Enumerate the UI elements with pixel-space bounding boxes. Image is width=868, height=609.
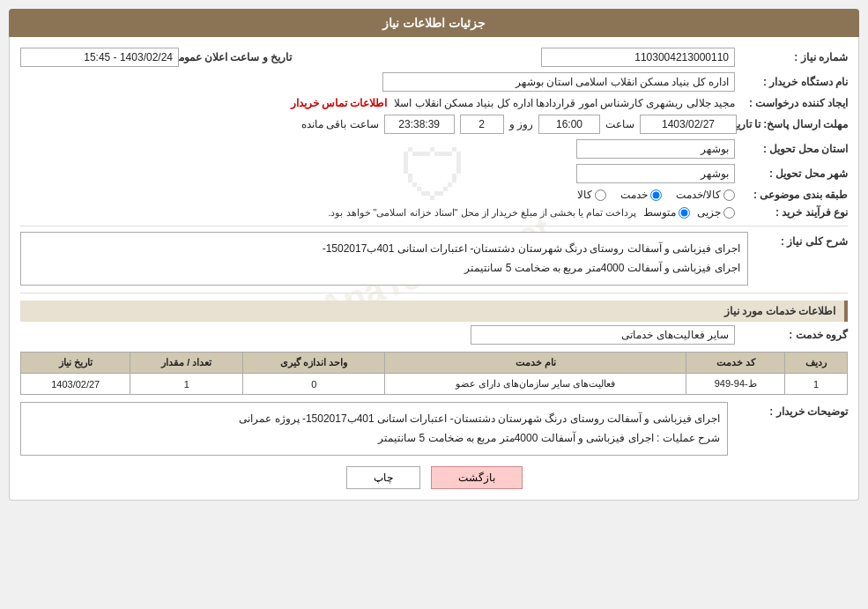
col-row-num: ردیف (785, 353, 848, 374)
category-goods-option[interactable]: کالا (577, 189, 606, 201)
need-desc-line2: اجرای فیزباشی و آسفالت 4000متر مربع به ض… (28, 259, 740, 279)
col-service-name: نام خدمت (385, 353, 686, 374)
buyer-desc-line1: اجرای فیزباشی و آسفالت روستای درنگ شهرست… (28, 410, 720, 429)
category-service-label: خدمت (620, 189, 648, 201)
send-date-label: مهلت ارسال پاسخ: تا تاریخ: (742, 118, 848, 130)
days-label: روز و (509, 118, 533, 130)
time-remaining-value: 23:38:39 (384, 115, 455, 134)
category-goods-service-label: کالا/خدمت (676, 189, 721, 201)
back-button[interactable]: بازگشت (431, 466, 523, 489)
table-cell: ط-94-949 (686, 374, 785, 395)
group-value: سایر فعالیت‌های خدماتی (471, 325, 735, 345)
purchase-type-medium-label: متوسط (643, 206, 676, 219)
announcement-value: 1403/02/24 - 15:45 (20, 48, 179, 67)
purchase-type-note: پرداخت تمام یا بخشی از مبلغ خریدار از مح… (328, 207, 636, 219)
group-label: گروه خدمت : (742, 329, 848, 341)
services-table: ردیف کد خدمت نام خدمت واحد اندازه گیری ت… (20, 352, 848, 395)
need-number-label: شماره نیاز : (742, 51, 848, 63)
category-goods-service-option[interactable]: کالا/خدمت (676, 189, 735, 201)
creator-label: ایجاد کننده درخواست : (742, 97, 848, 109)
col-quantity: تعداد / مقدار (130, 353, 243, 374)
category-goods-service-radio[interactable] (723, 189, 735, 201)
category-label: طبقه بندی موضوعی : (742, 189, 848, 201)
buyer-name-value: اداره کل بنیاد مسکن انقلاب اسلامی استان … (382, 72, 735, 92)
table-cell: 1 (785, 374, 848, 395)
purchase-type-medium-radio[interactable] (679, 207, 690, 219)
time-label: ساعت (605, 118, 634, 130)
category-goods-radio[interactable] (595, 189, 606, 201)
table-cell: 0 (243, 374, 385, 395)
services-section-title: اطلاعات خدمات مورد نیاز (20, 301, 848, 322)
city-label: شهر محل تحویل : (742, 167, 848, 180)
purchase-type-medium-option[interactable]: متوسط (643, 206, 690, 219)
purchase-type-label: نوع فرآیند خرید : (742, 206, 848, 219)
purchase-type-partial-label: جزیی (697, 206, 721, 219)
bottom-buttons: بازگشت چاپ (20, 466, 848, 489)
table-row: 1ط-94-949فعالیت‌های سایر سازمان‌های دارا… (21, 374, 848, 395)
city-value: بوشهر (576, 164, 735, 183)
need-desc-line1: اجرای فیزباشی و آسفالت روستای درنگ شهرست… (28, 240, 740, 259)
category-service-radio[interactable] (650, 189, 662, 201)
col-unit: واحد اندازه گیری (243, 353, 385, 374)
category-goods-label: کالا (577, 189, 592, 201)
days-value: 2 (460, 115, 504, 134)
buyer-desc-label: توضیحات خریدار : (742, 405, 848, 418)
table-cell: 1 (130, 374, 243, 395)
need-desc-label: شرح کلی نیاز : (755, 235, 848, 248)
creator-value: مجید جلالی ریشهری کارشناس امور قراردادها… (394, 97, 735, 109)
buyer-desc-line2: شرح عملیات : اجرای فیزباشی و آسفالت 4000… (28, 429, 720, 449)
print-button[interactable]: چاپ (346, 466, 420, 489)
purchase-type-partial-option[interactable]: جزیی (697, 206, 735, 219)
time-remaining-label: ساعت باقی مانده (301, 118, 379, 130)
table-cell: فعالیت‌های سایر سازمان‌های دارای عضو (385, 374, 686, 395)
creator-contact-link[interactable]: اطلاعات تماس خریدار (291, 97, 388, 109)
purchase-type-partial-radio[interactable] (723, 207, 735, 219)
buyer-name-label: نام دستگاه خریدار : (742, 76, 848, 88)
province-value: بوشهر (576, 139, 735, 159)
buyer-description-box: اجرای فیزباشی و آسفالت روستای درنگ شهرست… (20, 402, 728, 456)
col-service-code: کد خدمت (686, 353, 785, 374)
date-value: 1403/02/27 (640, 115, 737, 134)
province-label: استان محل تحویل : (742, 143, 848, 155)
need-number-value: 1103004213000110 (541, 48, 735, 67)
page-title: جزئیات اطلاعات نیاز (9, 9, 859, 37)
need-description-box: اجرای فیزباشی و آسفالت روستای درنگ شهرست… (20, 232, 748, 286)
category-service-option[interactable]: خدمت (620, 189, 662, 201)
col-date: تاریخ نیاز (21, 353, 130, 374)
table-cell: 1403/02/27 (21, 374, 130, 395)
time-value: 16:00 (538, 115, 600, 134)
announcement-label: تاریخ و ساعت اعلان عمومی : (186, 51, 292, 63)
category-radio-group: کالا/خدمت خدمت کالا (577, 189, 735, 201)
